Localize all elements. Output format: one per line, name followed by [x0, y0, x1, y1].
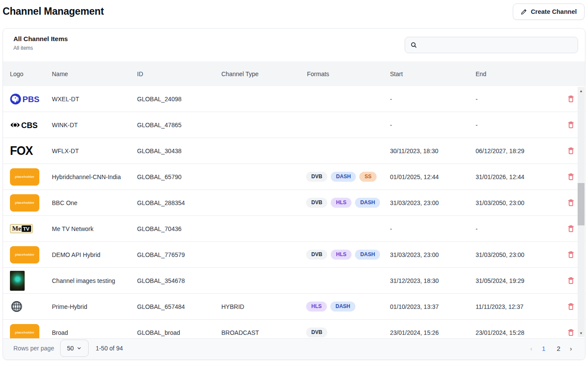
delete-channel-button[interactable]: [566, 275, 576, 286]
channel-name: Prime-Hybrid: [49, 303, 134, 310]
column-header-end: End: [473, 71, 559, 77]
trash-icon: [567, 95, 575, 103]
channel-end-date: -: [473, 96, 559, 103]
delete-channel-button[interactable]: [566, 327, 576, 338]
vertical-scrollbar[interactable]: ▲ ▼: [578, 87, 585, 337]
channel-start-date: 23/01/2024, 15:26: [387, 329, 473, 336]
search-box[interactable]: [405, 37, 578, 53]
channel-logo-cell: [7, 300, 49, 313]
rows-per-page-select[interactable]: 50: [60, 340, 89, 357]
channel-end-date: 06/12/2027, 18:29: [473, 148, 559, 154]
delete-channel-button[interactable]: [566, 93, 576, 105]
format-badge-dash: DASH: [330, 302, 355, 311]
table-row[interactable]: FOX WFLX-DT GLOBAL_30438 30/11/2023, 18:…: [3, 138, 585, 164]
format-badge-ss: SS: [359, 172, 377, 182]
channel-formats: DVB: [304, 327, 387, 337]
table-row[interactable]: placeholder BBC One GLOBAL_288354 DVBHLS…: [3, 190, 585, 216]
topbar: Channel Management Create Channel: [3, 0, 585, 24]
format-badge-dvb: DVB: [306, 250, 327, 260]
page-button-1[interactable]: 1: [539, 343, 548, 354]
panel-subtitle: All items: [13, 45, 33, 51]
placeholder-logo: placeholder: [10, 246, 39, 263]
format-badge-dvb: DVB: [306, 172, 327, 182]
channel-end-date: 11/11/2023, 12:37: [473, 303, 559, 310]
pbs-logo: PBS: [10, 93, 40, 105]
page-button-2[interactable]: 2: [554, 343, 563, 354]
channel-formats: DVBDASHSS: [304, 172, 387, 182]
channel-start-date: 30/11/2023, 18:30: [387, 148, 473, 154]
channel-logo-cell: FOX: [7, 144, 49, 157]
placeholder-logo: placeholder: [10, 324, 39, 340]
column-header-id: ID: [134, 71, 219, 77]
channel-formats: DVBHLSDASH: [304, 198, 387, 208]
delete-channel-button[interactable]: [566, 223, 576, 234]
channel-name: WFLX-DT: [49, 148, 134, 154]
placeholder-logo: placeholder: [10, 168, 39, 186]
delete-channel-button[interactable]: [566, 145, 576, 157]
prev-page-button[interactable]: ‹: [527, 343, 535, 354]
trash-icon: [567, 276, 575, 285]
table-row[interactable]: placeholder Hybridchannel-CNN-India GLOB…: [3, 164, 585, 190]
scroll-up-icon[interactable]: ▲: [578, 88, 585, 94]
table-row[interactable]: MeTV Me TV Network GLOBAL_70436 - -: [3, 216, 585, 242]
channel-id: GLOBAL_657484: [134, 303, 219, 310]
pencil-icon: [521, 9, 527, 15]
delete-channel-button[interactable]: [566, 171, 576, 183]
column-header-start: Start: [387, 71, 473, 77]
format-badge-dash: DASH: [355, 250, 380, 260]
channel-id: GLOBAL_70436: [134, 225, 219, 232]
format-badge-hls: HLS: [306, 302, 327, 311]
table-body: PBS WXEL-DT GLOBAL_24098 - -: [3, 86, 585, 339]
create-channel-label: Create Channel: [531, 8, 577, 15]
metv-logo: MeTV: [10, 224, 33, 233]
format-badge-dvb: DVB: [306, 198, 327, 208]
table-row[interactable]: PBS WXEL-DT GLOBAL_24098 - -: [3, 86, 585, 112]
create-channel-button[interactable]: Create Channel: [513, 3, 585, 20]
table-row[interactable]: Prime-Hybrid GLOBAL_657484 HYBRID HLSDAS…: [3, 294, 585, 320]
channel-logo-cell: placeholder: [7, 194, 49, 212]
format-badge-dvb: DVB: [306, 327, 327, 337]
table-row[interactable]: CBS WINK-DT GLOBAL_47865 - -: [3, 112, 585, 138]
channel-logo-cell: placeholder: [7, 168, 49, 186]
channel-start-date: -: [387, 122, 473, 128]
cbs-logo: CBS: [10, 120, 42, 130]
trash-icon: [567, 173, 575, 181]
trash-icon: [567, 328, 575, 337]
channel-id: GLOBAL_288354: [134, 199, 219, 206]
channel-logo-cell: PBS: [7, 93, 49, 105]
delete-channel-button[interactable]: [566, 301, 576, 312]
channel-id: GLOBAL_47865: [134, 122, 219, 128]
channel-id: GLOBAL_24098: [134, 96, 219, 103]
scroll-down-icon[interactable]: ▼: [578, 330, 585, 336]
table-footer: Rows per page 50 1-50 of 94 ‹ 12 ›: [3, 338, 585, 360]
delete-channel-button[interactable]: [566, 249, 576, 260]
channel-end-date: 31/03/2050, 23:00: [473, 199, 559, 206]
channel-name: BBC One: [49, 199, 134, 206]
table-row[interactable]: placeholder Broad GLOBAL_broad BROADCAST…: [3, 320, 585, 339]
table-row[interactable]: Channel images testing GLOBAL_354678 31/…: [3, 268, 585, 294]
trash-icon: [567, 147, 575, 155]
channel-id: GLOBAL_broad: [134, 329, 219, 336]
channel-name: Me TV Network: [49, 225, 134, 232]
trash-icon: [567, 302, 575, 311]
channel-formats: HLSDASH: [304, 302, 387, 311]
table-row[interactable]: placeholder DEMO API Hybrid GLOBAL_77657…: [3, 242, 585, 268]
scrollbar-thumb[interactable]: [578, 183, 585, 225]
channel-logo-cell: placeholder: [7, 246, 49, 263]
channel-id: GLOBAL_30438: [134, 148, 219, 154]
next-page-button[interactable]: ›: [567, 343, 575, 354]
format-badge-hls: HLS: [331, 250, 352, 260]
delete-channel-button[interactable]: [566, 197, 576, 209]
channel-id: GLOBAL_354678: [134, 277, 219, 284]
channel-start-date: 31/12/2023, 18:30: [387, 277, 473, 284]
channel-image-thumbnail: [10, 271, 25, 291]
channel-start-date: -: [387, 96, 473, 103]
channel-logo-cell: MeTV: [7, 224, 49, 233]
pagination-range-text: 1-50 of 94: [96, 345, 123, 352]
search-input[interactable]: [421, 42, 572, 48]
search-icon: [410, 42, 417, 48]
trash-icon: [567, 199, 575, 207]
placeholder-logo: placeholder: [10, 194, 39, 212]
trash-icon: [567, 225, 575, 233]
delete-channel-button[interactable]: [566, 119, 576, 131]
